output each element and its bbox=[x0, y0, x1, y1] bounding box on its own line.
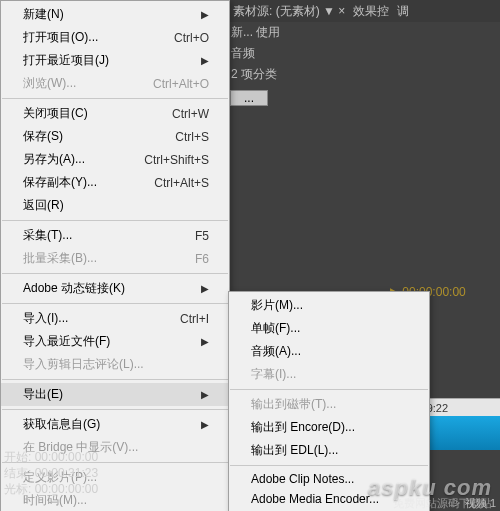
submenu-item-label: 影片(M)... bbox=[251, 297, 303, 314]
menu-separator bbox=[2, 220, 228, 221]
status-block: 开始: 00:00:00:00 结束: 00:00:31:23 光标: 00:0… bbox=[4, 449, 98, 497]
menu-item[interactable]: 导入最近文件(F)▶ bbox=[1, 330, 229, 353]
submenu-arrow-icon: ▶ bbox=[201, 336, 209, 347]
menu-item-label: 浏览(W)... bbox=[23, 75, 76, 92]
submenu-item-label: 单帧(F)... bbox=[251, 320, 300, 337]
panel-body: 新... 使用 音频 2 项分类 bbox=[225, 22, 500, 85]
menu-item-label: 导入(I)... bbox=[23, 310, 68, 327]
menu-item[interactable]: 保存(S)Ctrl+S bbox=[1, 125, 229, 148]
menu-item-label: 关闭项目(C) bbox=[23, 105, 88, 122]
menu-item-label: 打开项目(O)... bbox=[23, 29, 98, 46]
menu-item[interactable]: 采集(T)...F5 bbox=[1, 224, 229, 247]
tab-source[interactable]: 素材源: (无素材) ▼ × bbox=[233, 3, 345, 20]
menu-item: 浏览(W)...Ctrl+Alt+O bbox=[1, 72, 229, 95]
status-start-label: 开始: bbox=[4, 450, 31, 464]
submenu-item-label: 输出到 EDL(L)... bbox=[251, 442, 338, 459]
menu-item-label: 打开最近项目(J) bbox=[23, 52, 109, 69]
submenu-item-label: 音频(A)... bbox=[251, 343, 301, 360]
menu-item-label: 导出(E) bbox=[23, 386, 63, 403]
submenu-arrow-icon: ▶ bbox=[201, 283, 209, 294]
submenu-arrow-icon: ▶ bbox=[201, 9, 209, 20]
menu-item-label: 保存副本(Y)... bbox=[23, 174, 97, 191]
submenu-arrow-icon: ▶ bbox=[201, 55, 209, 66]
submenu-item-label: 输出到 Encore(D)... bbox=[251, 419, 355, 436]
menu-separator bbox=[230, 389, 428, 390]
menu-shortcut: Ctrl+I bbox=[180, 312, 209, 326]
menu-item-label: 保存(S) bbox=[23, 128, 63, 145]
submenu-item[interactable]: 输出到 EDL(L)... bbox=[229, 439, 429, 462]
menu-shortcut: Ctrl+Shift+S bbox=[144, 153, 209, 167]
menu-item[interactable]: Adobe 动态链接(K)▶ bbox=[1, 277, 229, 300]
submenu-item: 字幕(I)... bbox=[229, 363, 429, 386]
tab-adjust[interactable]: 调 bbox=[397, 3, 409, 20]
menu-item[interactable]: 保存副本(Y)...Ctrl+Alt+S bbox=[1, 171, 229, 194]
menu-item-label: 获取信息自(G) bbox=[23, 416, 100, 433]
menu-item-label: 新建(N) bbox=[23, 6, 64, 23]
submenu-item[interactable]: 单帧(F)... bbox=[229, 317, 429, 340]
menu-item[interactable]: 另存为(A)...Ctrl+Shift+S bbox=[1, 148, 229, 171]
menu-separator bbox=[2, 379, 228, 380]
panel-small-box[interactable]: ... bbox=[230, 90, 268, 106]
menu-item-label: Adobe 动态链接(K) bbox=[23, 280, 125, 297]
menu-item-label: 批量采集(B)... bbox=[23, 250, 97, 267]
menu-item: 导入剪辑日志评论(L)... bbox=[1, 353, 229, 376]
submenu-item[interactable]: 音频(A)... bbox=[229, 340, 429, 363]
status-start-value: 00:00:00:00 bbox=[35, 450, 98, 464]
submenu-item-label: Adobe Media Encoder... bbox=[251, 492, 379, 506]
menu-item[interactable]: 打开项目(O)...Ctrl+O bbox=[1, 26, 229, 49]
menu-shortcut: Ctrl+S bbox=[175, 130, 209, 144]
menu-item[interactable]: 获取信息自(G)▶ bbox=[1, 413, 229, 436]
status-cursor-value: 00:00:00:00 bbox=[35, 482, 98, 496]
menu-item-label: 导入最近文件(F) bbox=[23, 333, 110, 350]
menu-item-label: 返回(R) bbox=[23, 197, 64, 214]
menu-shortcut: Ctrl+W bbox=[172, 107, 209, 121]
menu-shortcut: Ctrl+Alt+O bbox=[153, 77, 209, 91]
panel-line-2: 音频 bbox=[225, 43, 500, 64]
submenu-arrow-icon: ▶ bbox=[201, 389, 209, 400]
video-track-label: ▷ 视频 1 bbox=[451, 496, 496, 511]
menu-item: 批量采集(B)...F6 bbox=[1, 247, 229, 270]
menu-item[interactable]: 打开最近项目(J)▶ bbox=[1, 49, 229, 72]
menu-separator bbox=[2, 303, 228, 304]
menu-separator bbox=[2, 273, 228, 274]
menu-item[interactable]: 新建(N)▶ bbox=[1, 3, 229, 26]
submenu-item-label: 输出到磁带(T)... bbox=[251, 396, 336, 413]
submenu-arrow-icon: ▶ bbox=[201, 419, 209, 430]
menu-item[interactable]: 返回(R) bbox=[1, 194, 229, 217]
submenu-item-label: 字幕(I)... bbox=[251, 366, 296, 383]
status-cursor-label: 光标: bbox=[4, 482, 31, 496]
tab-effects[interactable]: 效果控 bbox=[353, 3, 389, 20]
menu-shortcut: Ctrl+O bbox=[174, 31, 209, 45]
menu-item[interactable]: 关闭项目(C)Ctrl+W bbox=[1, 102, 229, 125]
menu-shortcut: F6 bbox=[195, 252, 209, 266]
menu-separator bbox=[230, 465, 428, 466]
panel-tab-bar: 素材源: (无素材) ▼ × 效果控 调 bbox=[225, 0, 500, 22]
submenu-item[interactable]: 影片(M)... bbox=[229, 294, 429, 317]
status-end-value: 00:00:31:23 bbox=[35, 466, 98, 480]
submenu-item: 输出到磁带(T)... bbox=[229, 393, 429, 416]
menu-item[interactable]: 导入(I)...Ctrl+I bbox=[1, 307, 229, 330]
menu-item-label: 另存为(A)... bbox=[23, 151, 85, 168]
menu-separator bbox=[2, 98, 228, 99]
menu-item-label: 导入剪辑日志评论(L)... bbox=[23, 356, 144, 373]
status-end-label: 结束: bbox=[4, 466, 31, 480]
menu-shortcut: F5 bbox=[195, 229, 209, 243]
panel-line-1: 新... 使用 bbox=[225, 22, 500, 43]
submenu-item-label: Adobe Clip Notes... bbox=[251, 472, 354, 486]
menu-separator bbox=[2, 409, 228, 410]
menu-item-label: 采集(T)... bbox=[23, 227, 72, 244]
submenu-item[interactable]: 输出到 Encore(D)... bbox=[229, 416, 429, 439]
menu-item[interactable]: 导出(E)▶ bbox=[1, 383, 229, 406]
panel-group-count: 2 项分类 bbox=[225, 64, 500, 85]
file-menu: 新建(N)▶打开项目(O)...Ctrl+O打开最近项目(J)▶浏览(W)...… bbox=[0, 0, 230, 511]
menu-shortcut: Ctrl+Alt+S bbox=[154, 176, 209, 190]
